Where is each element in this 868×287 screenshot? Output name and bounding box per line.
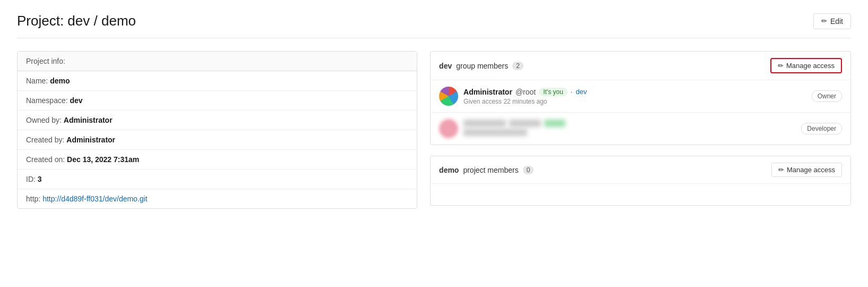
pencil-icon: ✏ [778, 166, 784, 174]
member-since-admin: Given access 22 minutes ago [463, 98, 587, 105]
info-row-owned-by: Owned by: Administrator [18, 111, 417, 130]
info-row-created-on: Created on: Dec 13, 2022 7:31am [18, 150, 417, 170]
blurred-handle [509, 120, 541, 127]
member-left-admin: Administrator @root It's you · dev Given… [439, 87, 587, 106]
dev-group-card: dev group members 2 ✏ Manage access Admi… [430, 51, 851, 145]
dev-group-header: dev group members 2 ✏ Manage access [431, 52, 850, 80]
role-badge-developer: Developer [801, 123, 842, 134]
blurred-name [463, 120, 506, 127]
member-since-blurred [463, 129, 565, 138]
page-header: Project: dev / demo ✏ Edit [17, 13, 851, 38]
edit-button[interactable]: ✏ Edit [813, 13, 851, 29]
its-you-badge: It's you [539, 88, 568, 96]
member-info-admin: Administrator @root It's you · dev Given… [463, 88, 587, 105]
demo-project-card: demo project members 0 ✏ Manage access [430, 156, 851, 206]
member-group-link[interactable]: dev [575, 88, 587, 96]
dev-group-manage-access-button[interactable]: ✏ Manage access [770, 58, 842, 73]
pencil-icon: ✏ [821, 17, 827, 25]
member-row-admin: Administrator @root It's you · dev Given… [431, 80, 850, 113]
member-name-line-admin: Administrator @root It's you · dev [463, 88, 587, 96]
pencil-icon: ✏ [778, 62, 784, 70]
member-left-blurred [439, 119, 565, 138]
role-badge-owner: Owner [812, 90, 842, 102]
member-info-blurred [463, 120, 565, 138]
left-panel: Project info: Name: demo Namespace: dev … [17, 51, 417, 209]
page-title: Project: dev / demo [17, 13, 136, 29]
project-info-card: Project info: Name: demo Namespace: dev … [17, 51, 417, 209]
content-area: Project info: Name: demo Namespace: dev … [17, 51, 851, 209]
avatar-admin [439, 87, 458, 106]
no-members-placeholder [431, 184, 850, 205]
demo-project-title: demo project members 0 [439, 166, 534, 174]
member-name-line-blurred [463, 120, 565, 127]
avatar-blurred [439, 119, 458, 138]
demo-project-count: 0 [523, 166, 534, 174]
dev-group-title: dev group members 2 [439, 62, 523, 70]
info-row-namespace: Namespace: dev [18, 91, 417, 111]
info-row-created-by: Created by: Administrator [18, 130, 417, 150]
right-panel: dev group members 2 ✏ Manage access Admi… [430, 51, 851, 209]
member-row-blurred: Developer [431, 113, 850, 145]
info-row-id: ID: 3 [18, 170, 417, 189]
demo-project-manage-access-button[interactable]: ✏ Manage access [771, 163, 842, 177]
dev-group-count: 2 [512, 62, 523, 70]
project-info-header: Project info: [18, 52, 417, 71]
blurred-tag [544, 120, 565, 127]
info-row-name: Name: demo [18, 71, 417, 91]
info-row-http: http: http://d4d89f-ff031/dev/demo.git [18, 189, 417, 208]
demo-project-header: demo project members 0 ✏ Manage access [431, 156, 850, 184]
